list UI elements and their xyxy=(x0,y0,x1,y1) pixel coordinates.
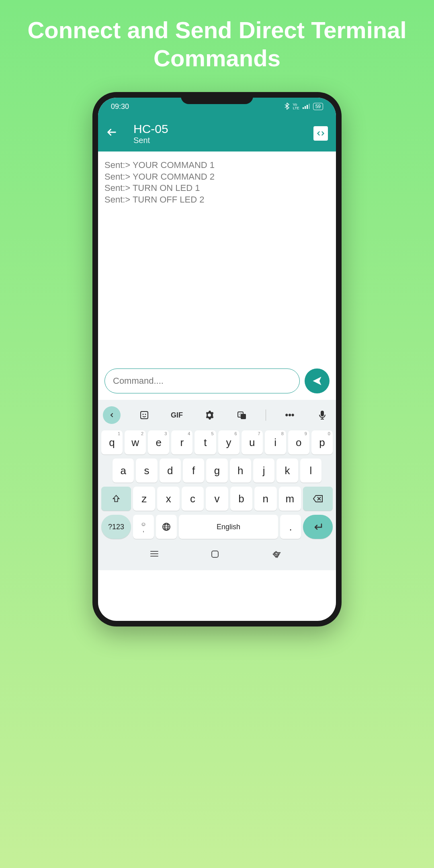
terminal-line: Sent:> TURN OFF LED 2 xyxy=(104,194,330,206)
key-symbols[interactable]: ?123 xyxy=(101,515,131,539)
device-status: Sent xyxy=(133,136,313,145)
svg-rect-4 xyxy=(141,411,148,419)
volte-icon: VoLTE xyxy=(293,103,299,110)
key-row-4: ?123 ☺ , English . xyxy=(101,515,333,539)
key-a[interactable]: a xyxy=(113,459,134,483)
key-d[interactable]: d xyxy=(160,459,181,483)
key-row-2: a s d f g h j k l xyxy=(101,459,333,483)
terminal-log: Sent:> YOUR COMMAND 1 Sent:> YOUR COMMAN… xyxy=(98,151,336,368)
gif-icon[interactable]: GIF xyxy=(168,406,186,424)
key-m[interactable]: m xyxy=(279,487,301,511)
key-h[interactable]: h xyxy=(230,459,251,483)
header-text: HC-05 Sent xyxy=(133,122,313,145)
key-emoji[interactable]: ☺ , xyxy=(133,515,154,539)
key-y[interactable]: y6 xyxy=(218,430,240,454)
key-o[interactable]: o9 xyxy=(288,430,309,454)
key-x[interactable]: x xyxy=(157,487,179,511)
key-period[interactable]: . xyxy=(280,515,301,539)
battery-icon: 59 xyxy=(313,103,323,110)
terminal-line: Sent:> TURN ON LED 1 xyxy=(104,182,330,194)
svg-rect-2 xyxy=(307,105,308,109)
command-input[interactable] xyxy=(104,368,300,393)
promo-title: Connect and Send Direct Terminal Command… xyxy=(0,16,434,72)
sticker-icon[interactable] xyxy=(135,406,153,424)
key-shift[interactable] xyxy=(101,487,131,511)
more-icon[interactable]: ••• xyxy=(281,406,299,424)
device-title: HC-05 xyxy=(133,122,313,136)
svg-rect-1 xyxy=(305,106,306,109)
translate-icon[interactable]: G xyxy=(233,406,251,424)
terminal-line: Sent:> YOUR COMMAND 1 xyxy=(104,160,330,171)
key-row-3: z x c v b n m xyxy=(101,487,333,511)
key-q[interactable]: q1 xyxy=(101,430,123,454)
command-bar xyxy=(98,368,336,400)
status-bar: 09:30 VoLTE 59 xyxy=(98,98,336,115)
signal-icon xyxy=(303,103,310,110)
gear-icon[interactable] xyxy=(201,406,218,424)
mic-icon[interactable] xyxy=(313,406,331,424)
send-button[interactable] xyxy=(305,368,330,393)
svg-text:G: G xyxy=(240,413,242,416)
key-w[interactable]: w2 xyxy=(125,430,146,454)
key-space[interactable]: English xyxy=(179,515,278,539)
key-v[interactable]: v xyxy=(206,487,228,511)
key-u[interactable]: u7 xyxy=(242,430,263,454)
keyboard-toolbar: GIF G ••• xyxy=(101,403,333,430)
terminal-line: Sent:> YOUR COMMAND 2 xyxy=(104,171,330,183)
key-n[interactable]: n xyxy=(254,487,276,511)
key-l[interactable]: l xyxy=(300,459,321,483)
svg-point-5 xyxy=(143,414,144,415)
keyboard: GIF G ••• q1 w2 xyxy=(98,400,336,570)
key-p[interactable]: p0 xyxy=(311,430,333,454)
nav-bar xyxy=(101,543,333,567)
svg-rect-0 xyxy=(303,107,304,109)
key-r[interactable]: r4 xyxy=(171,430,192,454)
nav-home[interactable] xyxy=(211,550,223,562)
nav-back[interactable] xyxy=(272,550,284,562)
key-globe[interactable] xyxy=(156,515,177,539)
key-e[interactable]: e3 xyxy=(148,430,169,454)
key-f[interactable]: f xyxy=(183,459,204,483)
svg-rect-3 xyxy=(309,104,310,109)
key-i[interactable]: i8 xyxy=(265,430,286,454)
app-header: HC-05 Sent xyxy=(98,115,336,151)
svg-point-6 xyxy=(145,414,146,415)
code-icon[interactable] xyxy=(313,126,328,141)
comma-label: , xyxy=(143,527,144,532)
key-z[interactable]: z xyxy=(133,487,155,511)
status-time: 09:30 xyxy=(111,102,129,111)
bluetooth-icon xyxy=(284,102,290,111)
svg-rect-13 xyxy=(212,551,218,557)
nav-recent[interactable] xyxy=(150,550,162,562)
phone-frame: 09:30 VoLTE 59 HC-05 Sent xyxy=(92,92,342,626)
key-enter[interactable] xyxy=(303,515,333,539)
back-button[interactable] xyxy=(106,126,117,141)
key-backspace[interactable] xyxy=(303,487,333,511)
key-row-1: q1 w2 e3 r4 t5 y6 u7 i8 o9 p0 xyxy=(101,430,333,454)
key-c[interactable]: c xyxy=(182,487,204,511)
status-icons: VoLTE 59 xyxy=(284,102,323,111)
key-k[interactable]: k xyxy=(276,459,298,483)
key-s[interactable]: s xyxy=(136,459,157,483)
emoji-icon: ☺ xyxy=(141,521,146,527)
keyboard-collapse-icon[interactable] xyxy=(103,406,121,424)
key-g[interactable]: g xyxy=(206,459,227,483)
key-t[interactable]: t5 xyxy=(194,430,216,454)
key-j[interactable]: j xyxy=(253,459,274,483)
phone-screen: 09:30 VoLTE 59 HC-05 Sent xyxy=(98,98,336,621)
key-b[interactable]: b xyxy=(230,487,252,511)
svg-rect-10 xyxy=(321,411,324,416)
